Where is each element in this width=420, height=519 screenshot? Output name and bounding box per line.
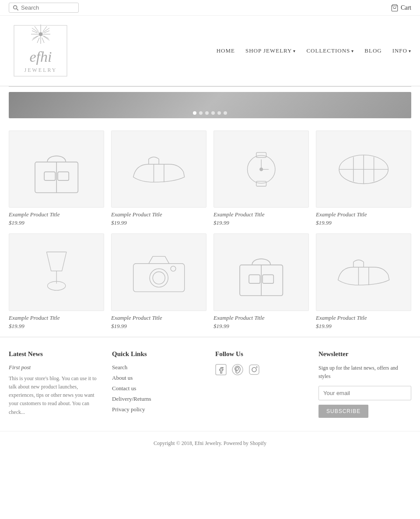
products-grid: Example Product Title $19.99 Example Pro… <box>9 131 411 330</box>
dot-1[interactable] <box>193 111 196 115</box>
product-image <box>214 233 309 311</box>
newsletter-title: Newsletter <box>318 350 411 358</box>
svg-point-0 <box>14 5 17 9</box>
dot-3[interactable] <box>205 111 209 115</box>
blog-post-text: This is your store's blog. You can use i… <box>9 374 102 417</box>
footer-quick-links: Quick Links Search About us Contact us D… <box>112 350 205 418</box>
svg-point-44 <box>150 268 168 287</box>
logo[interactable]: efhi JEWELRY <box>9 20 72 81</box>
bag-icon <box>26 145 87 194</box>
product-image <box>316 233 411 311</box>
product-price: $19.99 <box>111 219 206 226</box>
product-card[interactable]: Example Product Title $19.99 <box>111 131 206 226</box>
svg-line-13 <box>35 26 38 32</box>
nav-blog[interactable]: BLOG <box>364 47 382 54</box>
svg-point-45 <box>153 272 165 284</box>
product-title: Example Product Title <box>214 314 309 321</box>
shoe-icon <box>128 145 189 194</box>
subscribe-button[interactable]: SUBSCRIBE <box>318 405 368 418</box>
dot-4[interactable] <box>211 111 215 115</box>
svg-rect-24 <box>44 172 55 180</box>
product-image <box>214 131 309 208</box>
instagram-icon[interactable] <box>248 364 260 375</box>
product-price: $19.99 <box>316 323 411 330</box>
product-price: $19.99 <box>316 219 411 226</box>
main-nav: HOME SHOP JEWELRY ▾ COLLECTIONS ▾ BLOG I… <box>217 47 411 54</box>
product-price: $19.99 <box>9 323 104 330</box>
footer-link-search[interactable]: Search <box>112 364 205 371</box>
product-card[interactable]: Example Product Title $19.99 <box>316 131 411 226</box>
svg-point-46 <box>171 266 176 272</box>
shoe2-icon <box>333 247 394 297</box>
svg-rect-43 <box>133 264 184 292</box>
collections-arrow: ▾ <box>351 49 354 53</box>
product-price: $19.99 <box>111 323 206 330</box>
dot-2[interactable] <box>199 111 203 115</box>
product-image <box>9 131 104 208</box>
shop-jewelry-arrow: ▾ <box>293 49 296 53</box>
info-arrow: ▾ <box>409 49 411 53</box>
footer-follow-us: Follow Us <box>215 350 308 418</box>
footer-link-privacy[interactable]: Privacy policy <box>112 406 205 413</box>
facebook-icon[interactable] <box>215 364 227 375</box>
footer-latest-news: Latest News First post This is your stor… <box>9 350 102 418</box>
latest-news-title: Latest News <box>9 350 102 358</box>
product-card[interactable]: Example Product Title $19.99 <box>214 131 309 226</box>
email-input[interactable] <box>318 386 411 400</box>
search-icon <box>13 5 19 11</box>
svg-line-7 <box>42 35 49 40</box>
top-bar: Cart <box>0 0 420 16</box>
hero-slider[interactable] <box>9 92 411 118</box>
product-card[interactable]: Example Product Title $19.99 <box>316 233 411 329</box>
footer-link-about[interactable]: About us <box>112 374 205 381</box>
logo-svg: efhi JEWELRY <box>9 20 72 81</box>
product-card[interactable]: Example Product Title $19.99 <box>9 233 104 329</box>
nav-info[interactable]: INFO ▾ <box>392 47 411 54</box>
product-image <box>9 233 104 311</box>
svg-text:JEWELRY: JEWELRY <box>24 67 57 73</box>
bag2-icon <box>231 247 292 297</box>
svg-line-16 <box>42 38 44 43</box>
follow-us-title: Follow Us <box>215 350 308 358</box>
product-image <box>316 131 411 208</box>
copyright-text: Copyright © 2018, Efni Jewelry. Powered … <box>154 440 266 446</box>
product-card[interactable]: Example Product Title $19.99 <box>111 233 206 329</box>
ball-icon <box>333 145 394 194</box>
blog-post-title[interactable]: First post <box>9 364 102 371</box>
nav-shop-jewelry[interactable]: SHOP JEWELRY ▾ <box>245 47 296 54</box>
product-card[interactable]: Example Product Title $19.99 <box>214 233 309 329</box>
svg-text:efhi: efhi <box>30 49 52 65</box>
footer-link-contact[interactable]: Contact us <box>112 385 205 392</box>
pinterest-icon[interactable] <box>232 364 243 375</box>
product-price: $19.99 <box>9 219 104 226</box>
product-title: Example Product Title <box>316 314 411 321</box>
products-section: Example Product Title $19.99 Example Pro… <box>0 124 420 337</box>
nav-collections[interactable]: COLLECTIONS ▾ <box>306 47 354 54</box>
footer-grid: Latest News First post This is your stor… <box>9 350 411 418</box>
product-card[interactable]: Example Product Title $19.99 <box>9 131 104 226</box>
svg-rect-48 <box>249 275 260 283</box>
svg-point-34 <box>260 168 263 171</box>
dot-6[interactable] <box>224 111 227 115</box>
svg-line-8 <box>32 35 39 40</box>
search-input[interactable] <box>21 4 74 11</box>
nav-home[interactable]: HOME <box>217 47 235 54</box>
social-icons <box>215 364 308 375</box>
svg-point-3 <box>39 32 42 36</box>
product-price: $19.99 <box>214 219 309 226</box>
cart-link[interactable]: Cart <box>391 4 411 12</box>
lamp-icon <box>26 247 87 297</box>
dot-5[interactable] <box>217 111 221 115</box>
product-image <box>111 233 206 311</box>
search-form[interactable] <box>9 3 79 13</box>
svg-rect-55 <box>249 365 259 374</box>
product-price: $19.99 <box>214 323 309 330</box>
footer-newsletter: Newsletter Sign up for the latest news, … <box>318 350 411 418</box>
svg-line-12 <box>43 26 47 32</box>
svg-line-17 <box>37 38 39 43</box>
svg-point-56 <box>252 367 256 372</box>
footer-link-delivery[interactable]: Delivery/Returns <box>112 395 205 402</box>
camera-icon <box>128 247 189 297</box>
svg-rect-49 <box>262 275 273 283</box>
svg-rect-25 <box>58 172 69 180</box>
